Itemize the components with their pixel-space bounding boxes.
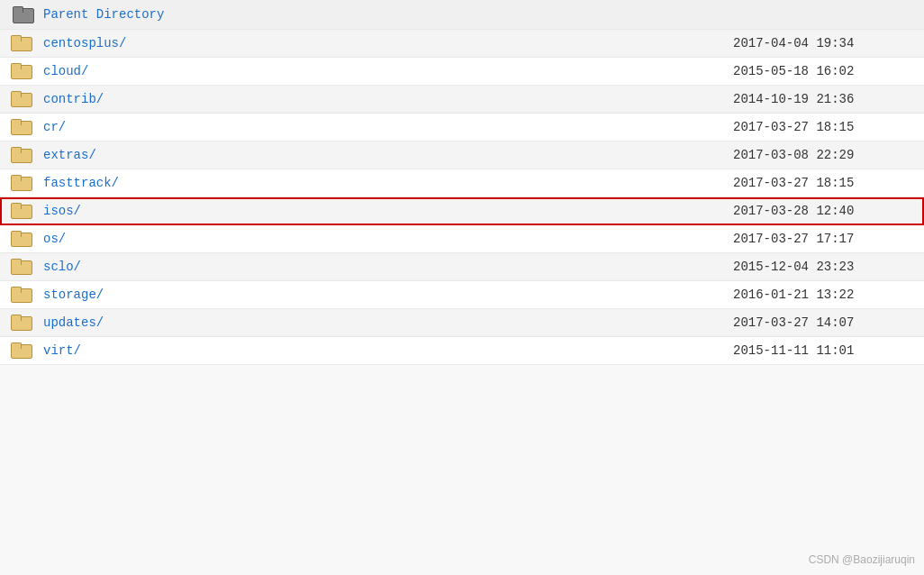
directory-row[interactable]: virt/ 2015-11-11 11:01 bbox=[0, 337, 924, 365]
item-date: 2017-03-27 18:15 bbox=[733, 176, 913, 190]
folder-icon bbox=[11, 231, 31, 247]
directory-row[interactable]: extras/ 2017-03-08 22:29 bbox=[0, 141, 924, 169]
folder-icon-area bbox=[11, 259, 43, 275]
folder-icon-area bbox=[11, 315, 43, 331]
items-container: centosplus/ 2017-04-04 19:34 cloud/ 2015… bbox=[0, 30, 924, 365]
folder-icon-area bbox=[11, 175, 43, 191]
item-name-area[interactable]: cloud/ bbox=[43, 64, 733, 78]
folder-icon bbox=[11, 315, 31, 331]
item-name-area[interactable]: fasttrack/ bbox=[43, 176, 733, 190]
item-date: 2015-05-18 16:02 bbox=[733, 64, 913, 78]
folder-icon-area bbox=[11, 203, 43, 219]
directory-row[interactable]: cloud/ 2015-05-18 16:02 bbox=[0, 58, 924, 86]
item-date: 2017-03-28 12:40 bbox=[733, 204, 913, 218]
folder-icon-area bbox=[11, 91, 43, 107]
directory-row[interactable]: isos/ 2017-03-28 12:40 bbox=[0, 197, 924, 225]
item-date: 2017-03-08 22:29 bbox=[733, 148, 913, 162]
folder-icon-area bbox=[11, 342, 43, 359]
folder-icon bbox=[11, 287, 31, 303]
back-folder-icon bbox=[11, 5, 32, 23]
item-link[interactable]: extras/ bbox=[43, 148, 96, 162]
item-date: 2016-01-21 13:22 bbox=[733, 288, 913, 302]
parent-directory-name[interactable]: Parent Directory bbox=[43, 7, 733, 22]
folder-icon-area bbox=[11, 231, 43, 247]
item-name-area[interactable]: centosplus/ bbox=[43, 36, 733, 50]
item-name-area[interactable]: extras/ bbox=[43, 148, 733, 162]
folder-icon bbox=[11, 63, 31, 79]
item-date: 2014-10-19 21:36 bbox=[733, 92, 913, 106]
item-date: 2017-03-27 14:07 bbox=[733, 315, 913, 330]
directory-row[interactable]: storage/ 2016-01-21 13:22 bbox=[0, 281, 924, 309]
item-name-area[interactable]: storage/ bbox=[43, 288, 733, 302]
folder-icon bbox=[11, 35, 31, 51]
item-link[interactable]: updates/ bbox=[43, 315, 104, 330]
folder-icon bbox=[11, 342, 31, 359]
parent-directory-row[interactable]: Parent Directory bbox=[0, 0, 924, 30]
item-link[interactable]: fasttrack/ bbox=[43, 176, 119, 190]
item-link[interactable]: storage/ bbox=[43, 288, 104, 302]
directory-row[interactable]: cr/ 2017-03-27 18:15 bbox=[0, 114, 924, 141]
item-date: 2017-03-27 18:15 bbox=[733, 120, 913, 134]
item-name-area[interactable]: virt/ bbox=[43, 343, 733, 358]
item-name-area[interactable]: cr/ bbox=[43, 120, 733, 134]
folder-icon-area bbox=[11, 119, 43, 135]
item-link[interactable]: virt/ bbox=[43, 343, 81, 358]
directory-row[interactable]: os/ 2017-03-27 17:17 bbox=[0, 225, 924, 253]
folder-icon bbox=[11, 91, 31, 107]
folder-icon-area bbox=[11, 63, 43, 79]
item-name-area[interactable]: sclo/ bbox=[43, 260, 733, 274]
directory-row[interactable]: sclo/ 2015-12-04 23:23 bbox=[0, 253, 924, 281]
watermark: CSDN @Baozijiaruqin bbox=[809, 553, 915, 566]
folder-icon-area bbox=[11, 147, 43, 163]
directory-row[interactable]: updates/ 2017-03-27 14:07 bbox=[0, 309, 924, 337]
parent-directory-link[interactable]: Parent Directory bbox=[43, 7, 164, 22]
item-link[interactable]: cr/ bbox=[43, 120, 66, 134]
item-link[interactable]: os/ bbox=[43, 232, 66, 246]
directory-listing: Parent Directory centosplus/ 2017-04-04 … bbox=[0, 0, 924, 365]
item-name-area[interactable]: os/ bbox=[43, 232, 733, 246]
item-link[interactable]: cloud/ bbox=[43, 64, 88, 78]
directory-row[interactable]: contrib/ 2014-10-19 21:36 bbox=[0, 86, 924, 114]
parent-icon-area bbox=[11, 5, 43, 23]
item-link[interactable]: centosplus/ bbox=[43, 36, 126, 50]
item-date: 2017-03-27 17:17 bbox=[733, 232, 913, 246]
folder-icon-area bbox=[11, 35, 43, 51]
item-link[interactable]: sclo/ bbox=[43, 260, 81, 274]
item-name-area[interactable]: updates/ bbox=[43, 315, 733, 330]
item-date: 2017-04-04 19:34 bbox=[733, 36, 913, 50]
item-link[interactable]: contrib/ bbox=[43, 92, 104, 106]
item-date: 2015-11-11 11:01 bbox=[733, 343, 913, 358]
item-date: 2015-12-04 23:23 bbox=[733, 260, 913, 274]
folder-icon bbox=[11, 147, 31, 163]
folder-icon bbox=[11, 175, 31, 191]
item-link[interactable]: isos/ bbox=[43, 204, 81, 218]
folder-icon bbox=[11, 259, 31, 275]
directory-row[interactable]: fasttrack/ 2017-03-27 18:15 bbox=[0, 169, 924, 197]
folder-icon-area bbox=[11, 287, 43, 303]
directory-row[interactable]: centosplus/ 2017-04-04 19:34 bbox=[0, 30, 924, 58]
folder-icon bbox=[11, 203, 31, 219]
item-name-area[interactable]: isos/ bbox=[43, 204, 733, 218]
folder-icon bbox=[11, 119, 31, 135]
item-name-area[interactable]: contrib/ bbox=[43, 92, 733, 106]
